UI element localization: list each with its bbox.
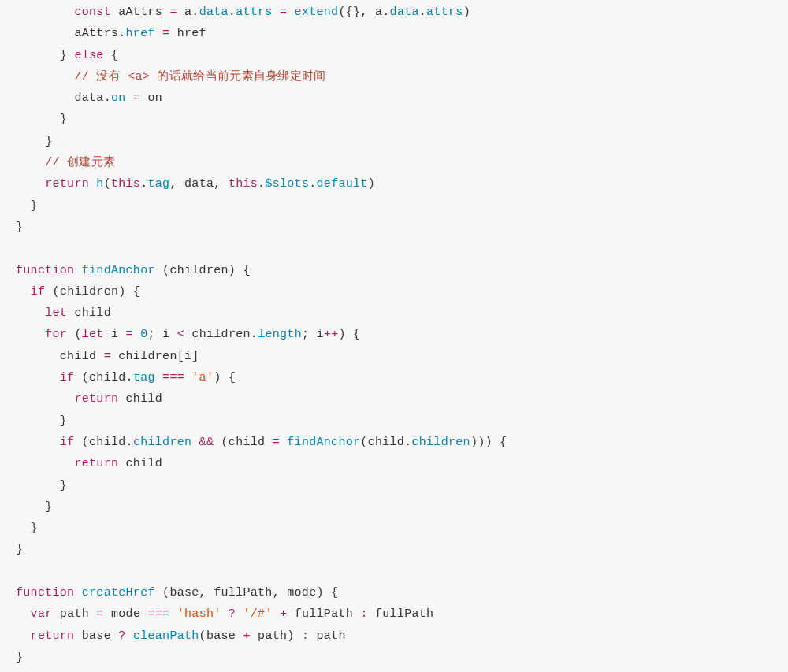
punctuation: } — [45, 500, 52, 514]
identifier: data — [184, 177, 214, 191]
operator: = — [126, 328, 133, 341]
number: 0 — [140, 328, 147, 341]
punctuation: ) { — [118, 285, 140, 299]
keyword-function: function — [16, 586, 74, 600]
operator: ? — [118, 629, 125, 643]
punctuation: ( — [74, 328, 81, 341]
function: extend — [295, 6, 339, 19]
operator: < — [177, 328, 184, 341]
punctuation: ( — [82, 436, 89, 449]
attr: on — [111, 91, 126, 105]
punctuation: ) — [368, 177, 375, 191]
identifier: children — [60, 285, 118, 299]
punctuation: . — [419, 6, 426, 19]
identifier: child — [126, 392, 163, 406]
keyword-return: return — [74, 457, 118, 470]
function: findAnchor — [287, 436, 360, 449]
keyword-return: return — [31, 629, 75, 643]
keyword-this: this — [229, 177, 258, 191]
punctuation: ( — [221, 436, 229, 449]
punctuation: } — [60, 113, 67, 126]
punctuation: ( — [162, 264, 169, 277]
punctuation: ({}, — [338, 6, 367, 19]
punctuation: . — [251, 328, 258, 341]
keyword-return: return — [74, 392, 118, 406]
operator: = — [104, 350, 111, 363]
punctuation: . — [258, 177, 265, 191]
param: fullPath — [214, 586, 272, 600]
punctuation: ; — [302, 328, 309, 341]
keyword-let: let — [45, 306, 67, 320]
punctuation: ))) { — [470, 436, 507, 449]
operator: : — [360, 607, 367, 621]
punctuation: . — [191, 6, 199, 19]
operator: === — [148, 607, 170, 621]
punctuation: } — [31, 199, 38, 213]
punctuation: } — [45, 135, 52, 148]
identifier: child — [74, 306, 111, 320]
string: '/#' — [243, 607, 272, 621]
punctuation: , — [169, 177, 177, 191]
identifier: child — [89, 436, 126, 449]
function-name: createHref — [82, 586, 155, 600]
identifier: i — [162, 328, 169, 341]
punctuation: ( — [82, 371, 89, 384]
punctuation: } — [60, 49, 67, 62]
identifier: child — [229, 436, 266, 449]
identifier: child — [89, 371, 126, 384]
operator: = — [96, 607, 103, 621]
keyword-const: const — [74, 6, 111, 19]
attr: length — [258, 328, 302, 341]
punctuation: } — [16, 651, 23, 664]
operator: = — [273, 436, 280, 449]
punctuation: ] — [191, 350, 199, 363]
function-name: findAnchor — [82, 264, 155, 277]
punctuation: } — [31, 522, 38, 535]
keyword-function: function — [16, 264, 74, 277]
param: mode — [287, 586, 316, 600]
operator: = — [133, 91, 140, 105]
identifier: child — [368, 436, 405, 449]
punctuation: } — [60, 414, 67, 428]
keyword-if: if — [31, 285, 46, 299]
string: 'hash' — [177, 607, 221, 621]
attr: tag — [148, 177, 170, 191]
keyword-return: return — [45, 177, 89, 191]
code-block: const aAttrs = a.data.attrs = extend({},… — [0, 0, 788, 672]
attr: data — [390, 6, 419, 19]
punctuation: ) — [287, 629, 294, 643]
attr: tag — [133, 371, 155, 384]
identifier: path — [317, 629, 346, 643]
operator: ++ — [324, 328, 339, 341]
punctuation: ) { — [339, 328, 361, 341]
punctuation: . — [104, 91, 111, 105]
identifier: children — [191, 328, 250, 341]
punctuation: ( — [104, 177, 111, 191]
punctuation: ) — [463, 6, 470, 19]
function: cleanPath — [133, 629, 199, 643]
punctuation: . — [382, 6, 389, 19]
punctuation: . — [229, 6, 236, 19]
punctuation: } — [16, 543, 23, 556]
attr: data — [199, 6, 229, 19]
operator: = — [169, 6, 177, 19]
identifier: base — [206, 629, 236, 643]
operator: : — [302, 629, 309, 643]
identifier: i — [111, 328, 118, 341]
attr: attrs — [426, 6, 463, 19]
attr: href — [126, 27, 155, 40]
operator: === — [162, 371, 184, 384]
punctuation: . — [309, 177, 316, 191]
punctuation: , — [273, 586, 280, 600]
punctuation: , — [199, 586, 206, 600]
function: h — [96, 177, 103, 191]
operator: = — [280, 6, 287, 19]
operator: = — [162, 27, 169, 40]
identifier: path — [60, 607, 89, 621]
punctuation: } — [60, 479, 67, 492]
punctuation: . — [126, 436, 133, 449]
attr: attrs — [236, 6, 273, 19]
operator: && — [199, 436, 214, 449]
identifier: child — [126, 457, 163, 470]
identifier: mode — [111, 607, 140, 621]
